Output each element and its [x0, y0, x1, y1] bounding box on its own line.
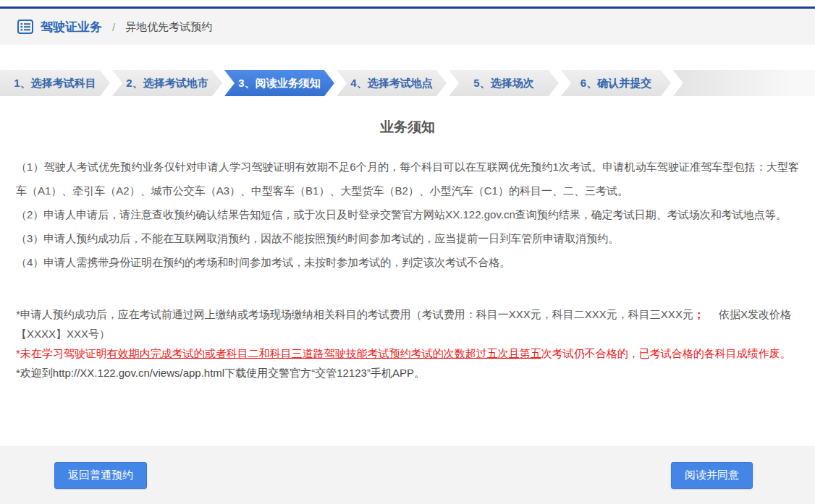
top-spacer [0, 0, 815, 7]
fee-text: *申请人预约成功后，应在考试前通过网上缴纳或考场现场缴纳相关科目的考试费用（考试… [16, 308, 693, 320]
notice-paragraph-4: （4）申请人需携带身份证明在预约的考场和时间参加考试，未按时参加考试的，判定该次… [16, 250, 799, 274]
page: 驾驶证业务 / 异地优先考试预约 1、选择考试科目 2、选择考试地市 3、阅读业… [0, 0, 815, 504]
fee-paragraph: *申请人预约成功后，应在考试前通过网上缴纳或考场现场缴纳相关科目的考试费用（考试… [16, 304, 799, 343]
step-1-select-exam-subject[interactable]: 1、选择考试科目 [0, 70, 110, 96]
module-title[interactable]: 驾驶证业务 [41, 19, 102, 35]
notice-paragraph-3: （3）申请人预约成功后，不能在互联网取消预约，因故不能按照预约时间参加考试的，应… [16, 226, 799, 250]
read-and-agree-button[interactable]: 阅读并同意 [671, 462, 753, 489]
page-title: 业务须知 [16, 118, 799, 137]
step-label: 5、选择场次 [473, 77, 533, 89]
step-4-select-exam-site[interactable]: 4、选择考试地点 [337, 70, 447, 96]
back-to-normal-booking-button[interactable]: 返回普通预约 [54, 462, 147, 489]
warning-text-end: 次考试仍不合格的，已考试合格的各科目成绩作废。 [541, 347, 791, 359]
breadcrumb-separator: / [112, 21, 115, 33]
step-5-select-session[interactable]: 5、选择场次 [449, 70, 559, 96]
warning-paragraph: *未在学习驾驶证明有效期内完成考试的或者科目二和科目三道路驾驶技能考试预约考试的… [16, 343, 799, 363]
notice-paragraph-2: （2）申请人申请后，请注意查收预约确认结果告知短信，或于次日及时登录交警官方网站… [16, 202, 799, 226]
breadcrumb-current: 异地优先考试预约 [125, 20, 212, 34]
step-label: 1、选择考试科目 [14, 77, 96, 89]
footer-actions: 返回普通预约 阅读并同意 [0, 446, 815, 504]
notice-content: 业务须知 （1）驾驶人考试优先预约业务仅针对申请人学习驾驶证明有效期不足6个月的… [0, 96, 815, 446]
list-icon [17, 20, 33, 34]
steps-bar-filler [673, 70, 815, 96]
fee-semicolon-highlight: ； [693, 308, 704, 320]
step-label: 6、确认并提交 [580, 77, 651, 89]
step-label: 3、阅读业务须知 [238, 77, 320, 89]
header: 驾驶证业务 / 异地优先考试预约 [0, 9, 815, 45]
warning-text-start: *未在学习驾驶证明 [16, 347, 107, 359]
warning-text-underlined: 有效期内完成考试的或者科目二和科目三道路驾驶技能考试预约考试的次数超过五次且第五 [107, 347, 541, 359]
step-3-read-business-notice[interactable]: 3、阅读业务须知 [224, 70, 334, 96]
steps-bar: 1、选择考试科目 2、选择考试地市 3、阅读业务须知 4、选择考试地点 5、选择… [0, 70, 815, 96]
notice-paragraph-1: （1）驾驶人考试优先预约业务仅针对申请人学习驾驶证明有效期不足6个月的，每个科目… [16, 155, 799, 202]
step-label: 2、选择考试地市 [126, 77, 208, 89]
step-label: 4、选择考试地点 [350, 77, 432, 89]
app-download-paragraph: *欢迎到http://XX.122.gov.cn/views/app.html下… [16, 363, 799, 383]
step-2-select-exam-city[interactable]: 2、选择考试地市 [112, 70, 222, 96]
step-6-confirm-submit[interactable]: 6、确认并提交 [561, 70, 671, 96]
